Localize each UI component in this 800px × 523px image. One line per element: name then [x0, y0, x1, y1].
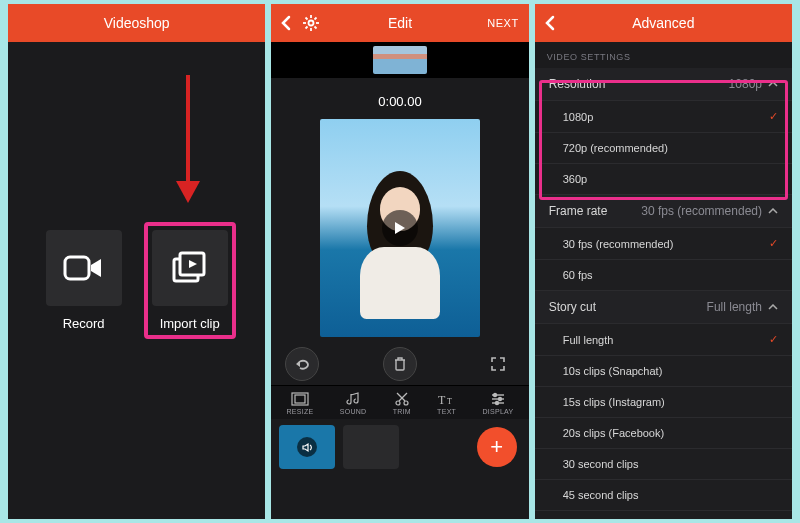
- gear-icon[interactable]: [303, 15, 319, 31]
- svg-rect-0: [65, 257, 89, 279]
- fullscreen-icon: [491, 357, 505, 371]
- display-icon: [490, 392, 506, 406]
- svg-point-15: [396, 401, 400, 405]
- timeline-thumb-strip[interactable]: [271, 42, 528, 78]
- svg-line-9: [306, 18, 308, 20]
- svg-point-25: [498, 398, 501, 401]
- clip-thumbnail[interactable]: [279, 425, 335, 469]
- section-label: VIDEO SETTINGS: [535, 42, 792, 68]
- plus-icon: +: [490, 434, 503, 460]
- setting-label: Resolution: [549, 77, 606, 91]
- setting-framerate[interactable]: Frame rate 30 fps (recommended): [535, 195, 792, 228]
- text-icon: TT: [438, 392, 456, 406]
- svg-line-10: [315, 27, 317, 29]
- option-15s[interactable]: 15s clips (Instagram): [535, 387, 792, 418]
- undo-icon: [294, 358, 310, 370]
- setting-label: Frame rate: [549, 204, 608, 218]
- screen-edit: Edit NEXT 0:00.00: [271, 4, 528, 519]
- tool-trim[interactable]: TRIM: [393, 392, 411, 415]
- annotation-arrow: [168, 69, 208, 209]
- tool-sound[interactable]: SOUND: [340, 392, 367, 415]
- clip-strip: +: [271, 419, 528, 475]
- camera-icon: [63, 253, 105, 283]
- option-full-length[interactable]: Full length ✓: [535, 324, 792, 356]
- header: Videoshop: [8, 4, 265, 42]
- screen-title: Videoshop: [74, 15, 199, 31]
- chevron-up-icon: [768, 81, 778, 87]
- option-10s[interactable]: 10s clips (Snapchat): [535, 356, 792, 387]
- option-60s[interactable]: 60 second clips: [535, 511, 792, 519]
- annotation-highlight: Import clip: [144, 222, 236, 339]
- timeline-thumb[interactable]: [373, 46, 427, 74]
- svg-text:T: T: [447, 397, 452, 406]
- tool-display[interactable]: DISPLAY: [482, 392, 513, 415]
- trim-icon: [395, 392, 409, 406]
- undo-button[interactable]: [285, 347, 319, 381]
- svg-line-12: [306, 27, 308, 29]
- play-icon: [394, 221, 406, 235]
- fullscreen-button[interactable]: [481, 347, 515, 381]
- sound-icon: [346, 392, 360, 406]
- svg-line-11: [315, 18, 317, 20]
- screen-videoshop: Videoshop Record: [8, 4, 265, 519]
- import-clip-button[interactable]: Import clip: [152, 230, 228, 331]
- setting-resolution[interactable]: Resolution 1080p: [535, 68, 792, 101]
- setting-storycut[interactable]: Story cut Full length: [535, 291, 792, 324]
- tool-resize[interactable]: RESIZE: [286, 392, 313, 415]
- svg-rect-14: [295, 395, 305, 403]
- back-icon[interactable]: [281, 15, 291, 31]
- option-1080p[interactable]: 1080p ✓: [535, 101, 792, 133]
- check-icon: ✓: [769, 237, 778, 250]
- check-icon: ✓: [769, 110, 778, 123]
- option-60fps[interactable]: 60 fps: [535, 260, 792, 291]
- svg-point-26: [495, 402, 498, 405]
- chevron-up-icon: [768, 304, 778, 310]
- svg-text:T: T: [438, 393, 446, 406]
- video-content-person: [354, 171, 446, 321]
- delete-button[interactable]: [383, 347, 417, 381]
- resize-icon: [291, 392, 309, 406]
- speaker-icon: [302, 442, 313, 453]
- import-icon: [170, 249, 210, 287]
- video-preview[interactable]: [320, 119, 480, 337]
- tool-text[interactable]: TT TEXT: [437, 392, 456, 415]
- option-720p[interactable]: 720p (recommended): [535, 133, 792, 164]
- header: Edit NEXT: [271, 4, 528, 42]
- back-icon[interactable]: [545, 15, 555, 31]
- record-button[interactable]: Record: [46, 230, 122, 331]
- option-20s[interactable]: 20s clips (Facebook): [535, 418, 792, 449]
- option-30fps[interactable]: 30 fps (recommended) ✓: [535, 228, 792, 260]
- import-label: Import clip: [160, 316, 220, 331]
- screen-advanced: Advanced VIDEO SETTINGS Resolution 1080p…: [535, 4, 792, 519]
- play-button[interactable]: [382, 210, 418, 246]
- time-display: 0:00.00: [271, 78, 528, 119]
- record-label: Record: [63, 316, 105, 331]
- svg-point-4: [309, 21, 314, 26]
- screen-title: Edit: [337, 15, 462, 31]
- check-icon: ✓: [769, 333, 778, 346]
- svg-point-24: [493, 394, 496, 397]
- option-360p[interactable]: 360p: [535, 164, 792, 195]
- add-clip-button[interactable]: +: [477, 427, 517, 467]
- empty-clip-slot[interactable]: [343, 425, 399, 469]
- option-30s[interactable]: 30 second clips: [535, 449, 792, 480]
- svg-point-16: [404, 401, 408, 405]
- tool-bar: RESIZE SOUND TRIM TT TEXT DISPLAY: [271, 385, 528, 419]
- chevron-up-icon: [768, 208, 778, 214]
- setting-label: Story cut: [549, 300, 596, 314]
- header: Advanced: [535, 4, 792, 42]
- next-button[interactable]: NEXT: [463, 17, 519, 29]
- screen-title: Advanced: [601, 15, 726, 31]
- trash-icon: [394, 357, 406, 371]
- option-45s[interactable]: 45 second clips: [535, 480, 792, 511]
